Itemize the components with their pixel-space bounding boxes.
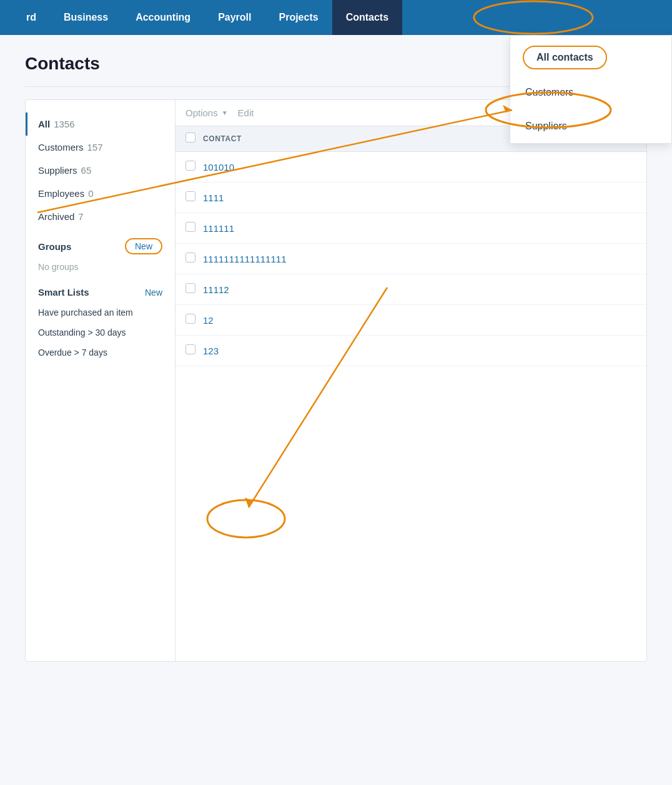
nav-item-payroll[interactable]: Payroll (204, 0, 265, 35)
contacts-dropdown: All contacts Customers Suppliers (510, 35, 672, 144)
sidebar-all[interactable]: All 1356 (26, 112, 162, 136)
table-row[interactable]: 111111 (175, 213, 646, 244)
dropdown-all-contacts[interactable]: All contacts (523, 46, 607, 69)
nav-item-projects[interactable]: Projects (265, 0, 332, 35)
contact-name[interactable]: 11112 (203, 284, 229, 295)
contacts-table: CONTACT 101010 1111 (175, 126, 646, 366)
sidebar: All 1356 Customers 157 Suppliers 65 Empl… (26, 100, 175, 661)
sidebar-suppliers[interactable]: Suppliers 65 (38, 159, 162, 182)
edit-button[interactable]: Edit (238, 108, 254, 118)
sidebar-smart-item-2[interactable]: Outstanding > 30 days (26, 322, 175, 342)
row-checkbox-cell (185, 344, 203, 357)
contact-name[interactable]: 111111 (203, 223, 234, 234)
table-row[interactable]: 12 (175, 305, 646, 336)
sidebar-groups-new-button[interactable]: New (125, 238, 162, 254)
top-navigation: rd Business Accounting Payroll Projects … (0, 0, 672, 35)
right-content: Options ▼ Edit CONTACT 101010 (175, 100, 646, 661)
table-row[interactable]: 11112 (175, 274, 646, 305)
sidebar-no-groups: No groups (26, 259, 175, 279)
main-layout: All 1356 Customers 157 Suppliers 65 Empl… (25, 99, 647, 662)
sidebar-customers[interactable]: Customers 157 (38, 136, 162, 159)
row-checkbox[interactable] (185, 191, 195, 201)
row-checkbox[interactable] (185, 283, 195, 293)
sidebar-smart-lists-new-button[interactable]: New (145, 288, 162, 298)
sidebar-employees[interactable]: Employees 0 (38, 182, 162, 205)
contact-name[interactable]: 1111111111111111 (203, 254, 286, 264)
row-checkbox-cell (185, 222, 203, 234)
sidebar-filter-section: All 1356 Customers 157 Suppliers 65 Empl… (26, 112, 175, 228)
contact-name[interactable]: 123 (203, 346, 219, 356)
row-checkbox-cell (185, 191, 203, 204)
row-checkbox[interactable] (185, 314, 195, 324)
row-checkbox-cell (185, 252, 203, 265)
table-row[interactable]: 1111 (175, 182, 646, 213)
sidebar-archived[interactable]: Archived 7 (38, 205, 162, 228)
options-button[interactable]: Options ▼ (185, 108, 228, 118)
sidebar-groups-header: Groups New (26, 228, 175, 259)
row-checkbox-cell (185, 283, 203, 296)
contact-name[interactable]: 1111 (203, 192, 224, 203)
dropdown-customers[interactable]: Customers (510, 76, 671, 109)
nav-item-accounting[interactable]: Accounting (122, 0, 204, 35)
sidebar-smart-item-3[interactable]: Overdue > 7 days (26, 342, 175, 362)
row-checkbox[interactable] (185, 344, 195, 354)
table-row[interactable]: 123 (175, 336, 646, 366)
nav-item-business[interactable]: Business (50, 0, 122, 35)
table-row[interactable]: 101010 (175, 152, 646, 182)
chevron-down-icon: ▼ (222, 109, 228, 116)
sidebar-groups-title: Groups (38, 241, 71, 252)
sidebar-smart-item-1[interactable]: Have purchased an item (26, 302, 175, 322)
select-all-checkbox[interactable] (185, 132, 195, 142)
contact-name[interactable]: 12 (203, 315, 214, 326)
nav-item-rd[interactable]: rd (12, 0, 50, 35)
nav-item-contacts[interactable]: Contacts (332, 0, 402, 35)
row-checkbox[interactable] (185, 222, 195, 232)
row-checkbox[interactable] (185, 161, 195, 171)
sidebar-smart-lists-title: Smart Lists (38, 287, 89, 298)
header-checkbox-cell (185, 132, 203, 145)
row-checkbox-cell (185, 314, 203, 326)
row-checkbox[interactable] (185, 252, 195, 262)
table-row[interactable]: 1111111111111111 (175, 244, 646, 274)
contact-name[interactable]: 101010 (203, 162, 234, 172)
row-checkbox-cell (185, 161, 203, 173)
contact-column-header: CONTACT (203, 134, 242, 143)
sidebar-smart-lists-header: Smart Lists New (26, 279, 175, 302)
dropdown-suppliers[interactable]: Suppliers (510, 109, 671, 143)
